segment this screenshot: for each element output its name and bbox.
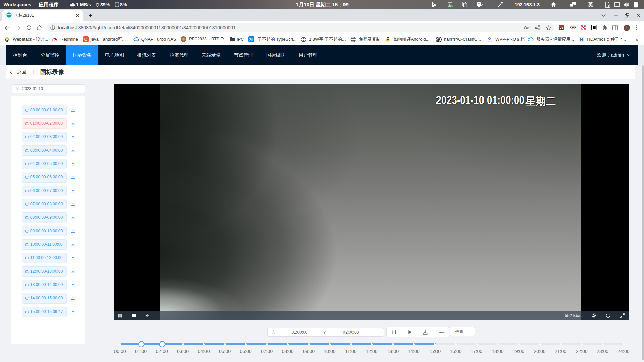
svg-text:WVP-PRO: WVP-PRO xyxy=(487,40,492,42)
